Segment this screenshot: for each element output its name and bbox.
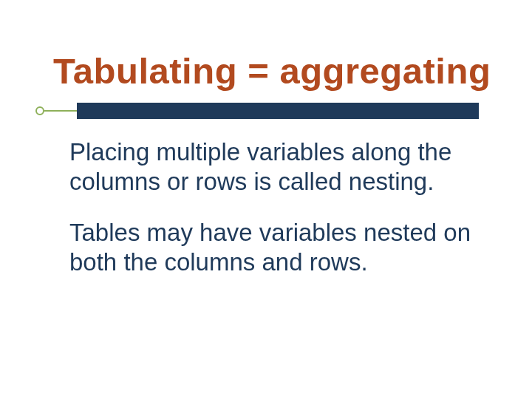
slide: Tabulating = aggregating Placing multipl… xyxy=(0,0,532,399)
underline-bar xyxy=(77,103,479,119)
body-paragraph: Placing multiple variables along the col… xyxy=(69,137,488,197)
slide-body: Placing multiple variables along the col… xyxy=(69,137,488,298)
connector-line xyxy=(44,110,77,112)
title-underline xyxy=(35,100,479,120)
body-paragraph: Tables may have variables nested on both… xyxy=(69,218,488,278)
slide-title: Tabulating = aggregating xyxy=(53,50,491,92)
bullet-circle-icon xyxy=(35,106,44,115)
